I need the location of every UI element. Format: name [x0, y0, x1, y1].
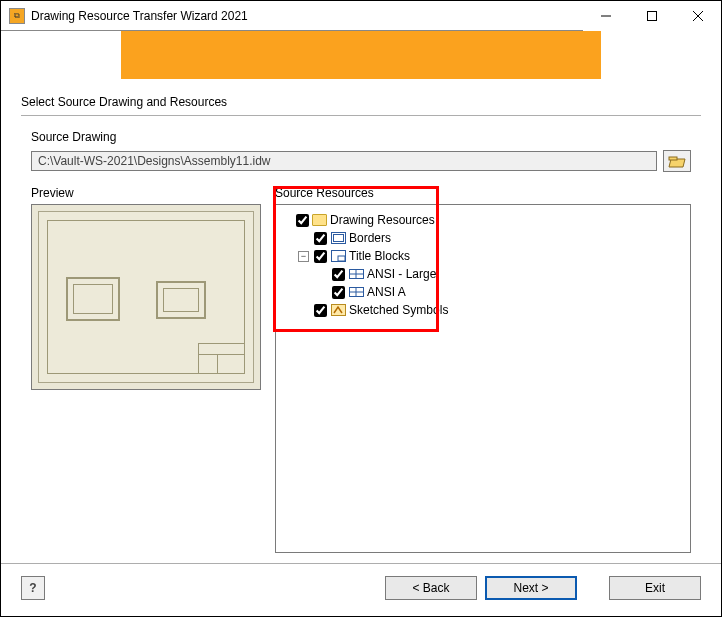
- tree-node-ansi-large[interactable]: ANSI - Large: [316, 265, 686, 283]
- source-drawing-row: [31, 150, 691, 172]
- preview-column: Preview: [31, 186, 261, 553]
- help-button[interactable]: ?: [21, 576, 45, 600]
- tree-node-root[interactable]: Drawing Resources: [280, 211, 686, 229]
- expander-placeholder: [298, 305, 309, 316]
- window-title: Drawing Resource Transfer Wizard 2021: [31, 9, 583, 23]
- expander-placeholder: [316, 287, 327, 298]
- next-button[interactable]: Next >: [485, 576, 577, 600]
- browse-button[interactable]: [663, 150, 691, 172]
- titlebar: ⧉ Drawing Resource Transfer Wizard 2021: [1, 1, 721, 31]
- exit-button[interactable]: Exit: [609, 576, 701, 600]
- expander-placeholder: [298, 233, 309, 244]
- svg-rect-1: [648, 11, 657, 20]
- close-icon: [693, 11, 703, 21]
- tree-label-ansi-large: ANSI - Large: [367, 267, 436, 281]
- resources-column: Source Resources Drawing Resources: [275, 186, 691, 553]
- content-area: Select Source Drawing and Resources Sour…: [1, 91, 721, 553]
- resources-tree-panel: Drawing Resources: [275, 204, 691, 553]
- divider: [21, 115, 701, 116]
- tree-label-titleblocks: Title Blocks: [349, 249, 410, 263]
- maximize-icon: [647, 11, 657, 21]
- preview-border: [47, 220, 245, 374]
- borders-icon: [330, 231, 346, 245]
- svg-rect-5: [669, 157, 677, 160]
- tree-node-titleblocks[interactable]: − Title Blocks: [298, 247, 686, 265]
- source-drawing-label: Source Drawing: [31, 130, 701, 144]
- tree-label-borders: Borders: [349, 231, 391, 245]
- resources-label: Source Resources: [275, 186, 691, 200]
- tree-label-ansi-a: ANSI A: [367, 285, 406, 299]
- preview-corner-table: [198, 343, 244, 373]
- preview-titleblock-2: [156, 281, 206, 319]
- header-banner-area: [1, 31, 721, 91]
- checkbox-root[interactable]: [296, 214, 309, 227]
- preview-label: Preview: [31, 186, 261, 200]
- source-drawing-input[interactable]: [31, 151, 657, 171]
- preview-panel: [31, 204, 261, 390]
- expander-titleblocks[interactable]: −: [298, 251, 309, 262]
- title-block-item-icon: [348, 267, 364, 281]
- tree-label-sketched: Sketched Symbols: [349, 303, 448, 317]
- folder-icon: [312, 214, 327, 226]
- resource-tree[interactable]: Drawing Resources: [280, 211, 686, 319]
- minimize-button[interactable]: [583, 1, 629, 31]
- sketched-symbols-icon: [330, 303, 346, 317]
- back-button[interactable]: < Back: [385, 576, 477, 600]
- checkbox-ansi-large[interactable]: [332, 268, 345, 281]
- tree-label-root: Drawing Resources: [330, 213, 435, 227]
- title-block-item-icon: [348, 285, 364, 299]
- preview-titleblock-1: [66, 277, 120, 321]
- checkbox-borders[interactable]: [314, 232, 327, 245]
- help-icon: ?: [29, 581, 36, 595]
- checkbox-ansi-a[interactable]: [332, 286, 345, 299]
- checkbox-titleblocks[interactable]: [314, 250, 327, 263]
- title-blocks-icon: [330, 249, 346, 263]
- tree-node-borders[interactable]: Borders: [298, 229, 686, 247]
- header-banner: [121, 31, 601, 79]
- close-button[interactable]: [675, 1, 721, 31]
- wizard-window: ⧉ Drawing Resource Transfer Wizard 2021 …: [0, 0, 722, 617]
- footer: ? < Back Next > Exit: [1, 563, 721, 616]
- preview-sheet: [38, 211, 254, 383]
- minimize-icon: [601, 11, 611, 21]
- tree-node-sketched[interactable]: Sketched Symbols: [298, 301, 686, 319]
- step-title: Select Source Drawing and Resources: [21, 91, 701, 115]
- expander-placeholder: [280, 215, 291, 226]
- app-icon: ⧉: [9, 8, 25, 24]
- columns: Preview Source Resources: [31, 186, 691, 553]
- tree-node-ansi-a[interactable]: ANSI A: [316, 283, 686, 301]
- maximize-button[interactable]: [629, 1, 675, 31]
- expander-placeholder: [316, 269, 327, 280]
- svg-rect-16: [331, 305, 345, 316]
- open-folder-icon: [668, 154, 686, 168]
- checkbox-sketched[interactable]: [314, 304, 327, 317]
